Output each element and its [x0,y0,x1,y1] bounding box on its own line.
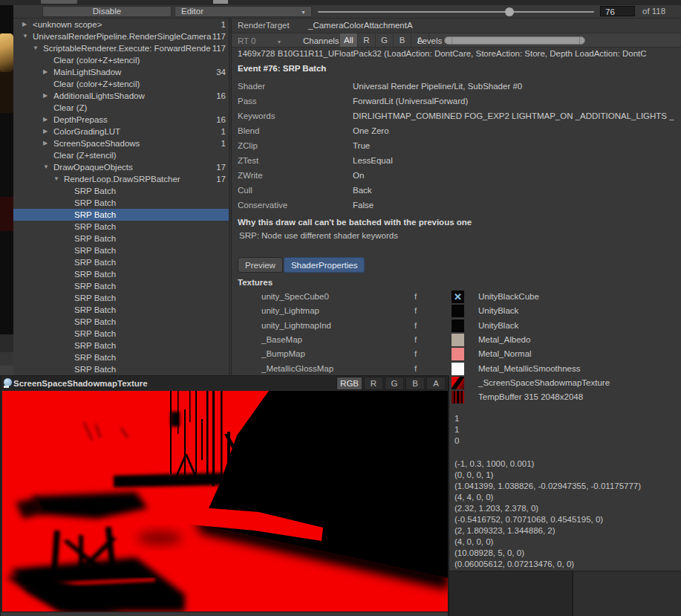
target-dropdown[interactable]: Editor ▼ [175,6,312,17]
popup-channel-b-button[interactable]: B [405,377,425,390]
texture-row[interactable]: unity_SpecCube0f✕UnityBlackCube [232,290,681,304]
disable-button[interactable]: Disable [42,6,172,17]
texture-thumbnail[interactable]: ✕ [452,291,464,303]
tree-item[interactable]: SRP Batch [13,351,229,363]
tree-item[interactable]: ▶ColorGradingLUT1 [13,126,229,137]
texture-thumbnail[interactable] [452,377,464,389]
popup-channel-rgb-button[interactable]: RGB [336,377,362,390]
channel-button-group: AllRGBA [340,33,429,47]
background-panel-band [0,366,13,375]
tree-item[interactable]: SRP Batch [13,185,229,197]
tree-item[interactable]: SRP Batch [13,340,229,351]
texture-property-name: _BaseMap [261,333,302,347]
vector-value: (2.32, 1.203, 2.378, 0) [454,503,641,514]
chevron-collapsed-icon[interactable]: ▶ [43,114,53,126]
rt-index-dropdown[interactable]: RT 0▼ [238,35,281,47]
event-slider-track[interactable] [318,11,594,13]
tree-item[interactable]: Clear (Z+stencil) [13,149,229,161]
texture-row[interactable]: unity_LightmapIndfUnityBlack [232,319,681,333]
arrow-spacer [64,363,74,375]
texture-thumbnail[interactable] [452,305,464,317]
channel-all-button[interactable]: All [340,33,358,47]
popup-channel-a-button[interactable]: A [426,377,446,390]
tree-item[interactable]: ▼UniversalRenderPipeline.RenderSingleCam… [13,30,229,42]
tree-item[interactable]: SRP Batch [13,328,229,340]
background-panel [449,571,681,616]
texture-row[interactable]: _MetallicGlossMapfMetal_MetallicSmoothne… [232,362,681,376]
tree-item[interactable]: SRP Batch [13,316,229,328]
tree-item[interactable]: ▶AdditionalLightsShadow16 [13,90,229,102]
shadowmap-window-titlebar[interactable]: ScreenSpaceShadowmapTexture RGBRGBA [1,376,449,391]
tree-item[interactable]: SRP Batch [13,221,229,233]
tree-item[interactable]: SRP Batch [13,233,229,244]
channel-r-button[interactable]: R [358,33,376,47]
chevron-expanded-icon[interactable]: ▼ [33,42,43,54]
tree-item[interactable]: Clear (color+Z+stencil) [13,54,229,66]
tree-item-label: SRP Batch [74,209,226,221]
chevron-expanded-icon[interactable]: ▼ [43,161,53,173]
chevron-collapsed-icon[interactable]: ▶ [43,90,53,102]
chevron-expanded-icon[interactable]: ▼ [22,30,33,42]
batch-break-reason: SRP: Node use different shader keywords [239,231,398,240]
tree-item[interactable]: SRP Batch [13,363,229,375]
shadowmap-preview-image [2,391,449,612]
shader-state-value: True [353,138,681,153]
tree-item[interactable]: ▶ScreenSpaceShadows1 [13,137,229,149]
event-number-input[interactable]: 76 [600,6,635,16]
floats-values: 110 [454,413,459,447]
tree-item[interactable]: SRP Batch [13,304,229,316]
texture-thumbnail[interactable] [452,391,464,403]
tree-item[interactable]: SRP Batch [13,268,229,280]
popup-channel-r-button[interactable]: R [364,377,383,390]
arrow-spacer [64,328,74,340]
tree-item[interactable]: SRP Batch [13,280,229,292]
chevron-collapsed-icon[interactable]: ▶ [22,19,33,30]
event-slider-handle[interactable] [505,7,514,16]
channel-b-button[interactable]: B [394,33,411,47]
background-window-fragment [41,0,77,4]
texture-thumbnail[interactable] [452,334,464,346]
tree-item[interactable]: SRP Batch [13,292,229,304]
tree-item-count: 17 [216,161,229,173]
texture-row[interactable]: unity_LightmapfUnityBlack [232,304,681,318]
tree-item[interactable]: Clear (Z) [13,102,229,114]
vector-value: (1.041399, 1.038826, -0.02947355, -0.011… [454,481,641,492]
vectors-values: (-1, 0.3, 1000, 0.001)(0, 0, 0, 1)(1.041… [454,458,641,570]
levels-range-slider[interactable] [444,36,585,45]
channel-g-button[interactable]: G [376,33,394,47]
texture-thumbnail[interactable] [452,320,464,332]
chevron-collapsed-icon[interactable]: ▶ [43,137,53,149]
tree-item[interactable]: Clear (color+Z+stencil) [13,78,229,90]
tree-item[interactable]: SRP Batch [13,256,229,268]
tree-item[interactable]: ▶MainLightShadow34 [13,66,229,78]
tree-item[interactable]: ▼ScriptableRenderer.Execute: ForwardRend… [13,42,229,54]
tree-item[interactable]: ▶<unknown scope>1 [13,19,229,30]
popup-channel-g-button[interactable]: G [385,377,404,390]
texture-row[interactable]: _BumpMapfMetal_Normal [232,347,681,361]
arrow-spacer [64,233,74,244]
tree-item-label: Clear (Z+stencil) [53,149,226,161]
tree-item[interactable]: SRP Batch [13,209,229,221]
shader-state-row: ZTestLessEqual [232,153,681,168]
texture-thumbnail[interactable] [452,363,464,375]
tree-item-label: <unknown scope> [33,19,221,30]
texture-thumbnail[interactable] [452,348,464,360]
arrow-spacer [64,316,74,328]
tab-preview[interactable]: Preview [238,257,283,273]
tree-item[interactable]: SRP Batch [13,197,229,209]
chevron-collapsed-icon[interactable]: ▶ [43,66,53,78]
tree-item-label: SRP Batch [74,363,226,375]
tree-item[interactable]: ▼DrawOpaqueObjects17 [13,161,229,173]
tree-item-label: SRP Batch [74,197,226,209]
vector-value: (-0.5416752, 0.7071068, 0.4545195, 0) [454,514,641,525]
tab-shader-properties[interactable]: ShaderProperties [284,257,365,273]
tree-item[interactable]: ▶DepthPrepass16 [13,114,229,126]
shadowmap-preview-window: ScreenSpaceShadowmapTexture RGBRGBA [0,375,449,616]
tree-item[interactable]: ▼RenderLoop.DrawSRPBatcher17 [13,173,229,185]
chevron-collapsed-icon[interactable]: ▶ [43,126,53,137]
tree-item[interactable]: SRP Batch [13,244,229,256]
chevron-expanded-icon[interactable]: ▼ [53,173,64,185]
texture-row[interactable]: _BaseMapfMetal_Albedo [232,333,681,347]
shader-state-label: ZTest [238,153,258,168]
shader-state-value: Back [353,183,681,198]
